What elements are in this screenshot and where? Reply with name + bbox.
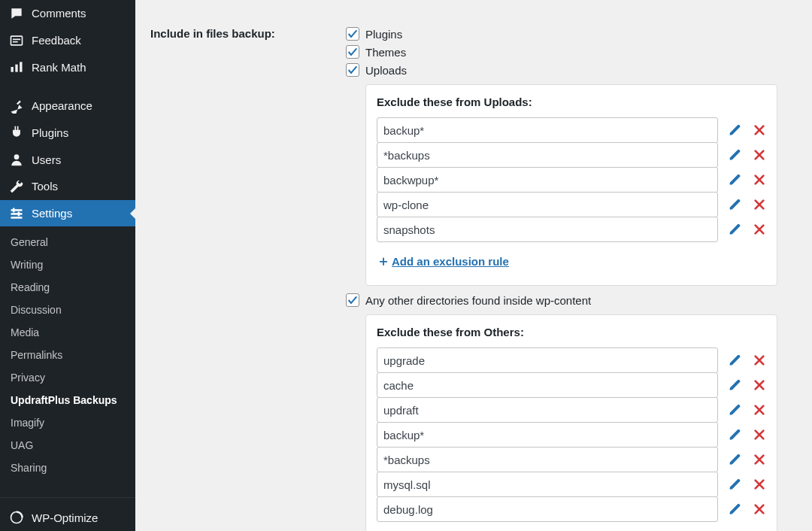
edit-icon[interactable]	[729, 478, 742, 491]
admin-sidebar: Comments Feedback Rank Math Appearance P…	[0, 0, 135, 531]
edit-icon[interactable]	[729, 173, 742, 187]
sidebar-item-feedback[interactable]: Feedback	[0, 27, 135, 54]
delete-icon[interactable]	[753, 378, 766, 392]
submenu-item-media[interactable]: Media	[0, 321, 135, 344]
sidebar-item-tools[interactable]: Tools	[0, 173, 135, 200]
exclusion-rule-input[interactable]	[377, 372, 718, 398]
sidebar-item-rank-math[interactable]: Rank Math	[0, 53, 135, 80]
edit-icon[interactable]	[729, 378, 742, 392]
comment-icon	[9, 6, 24, 21]
sidebar-item-label: Rank Math	[32, 61, 86, 74]
edit-icon[interactable]	[729, 223, 742, 236]
sidebar-item-label: Feedback	[32, 34, 81, 47]
exclusion-rule-row	[377, 472, 766, 497]
sidebar-item-settings[interactable]: Settings	[0, 200, 135, 227]
settings-submenu: General Writing Reading Discussion Media…	[0, 226, 135, 484]
delete-icon[interactable]	[753, 403, 766, 417]
others-exclude-panel: Exclude these from Others: ＋ Add an excl…	[365, 314, 777, 531]
content-area: Include in files backup: Plugins Themes …	[135, 0, 812, 531]
exclusion-rule-input[interactable]	[377, 397, 718, 423]
submenu-item-sharing[interactable]: Sharing	[0, 457, 135, 479]
rule-list	[377, 117, 766, 242]
delete-icon[interactable]	[753, 123, 766, 137]
feedback-icon	[9, 33, 24, 48]
exclusion-rule-row	[377, 422, 766, 448]
exclusion-rule-input[interactable]	[377, 347, 718, 373]
checkbox-row-uploads: Uploads	[346, 63, 797, 77]
exclusion-rule-row	[377, 447, 766, 472]
edit-icon[interactable]	[729, 198, 742, 211]
exclusion-rule-input[interactable]	[377, 422, 718, 448]
include-files-group: Plugins Themes Uploads Exclude these fro…	[346, 27, 797, 531]
panel-title: Exclude these from Uploads:	[377, 96, 766, 108]
exclusion-rule-input[interactable]	[377, 142, 718, 168]
submenu-item-discussion[interactable]: Discussion	[0, 299, 135, 321]
sidebar-item-label: Appearance	[32, 99, 92, 112]
exclusion-rule-input[interactable]	[377, 192, 718, 217]
delete-icon[interactable]	[753, 148, 766, 162]
delete-icon[interactable]	[753, 223, 766, 236]
edit-icon[interactable]	[729, 353, 742, 367]
sliders-icon	[9, 206, 24, 221]
edit-icon[interactable]	[729, 148, 742, 162]
exclusion-rule-input[interactable]	[377, 496, 718, 522]
uploads-exclude-panel: Exclude these from Uploads: ＋ Add an exc…	[365, 84, 777, 286]
edit-icon[interactable]	[729, 453, 742, 466]
submenu-item-privacy[interactable]: Privacy	[0, 366, 135, 389]
exclusion-rule-row	[377, 496, 766, 522]
exclusion-rule-row	[377, 347, 766, 373]
checkbox-label: Themes	[365, 46, 406, 59]
sidebar-item-appearance[interactable]: Appearance	[0, 93, 135, 120]
exclusion-rule-input[interactable]	[377, 472, 718, 497]
submenu-item-uag[interactable]: UAG	[0, 434, 135, 457]
submenu-item-general[interactable]: General	[0, 231, 135, 253]
submenu-item-imagify[interactable]: Imagify	[0, 411, 135, 434]
delete-icon[interactable]	[753, 453, 766, 466]
exclusion-rule-input[interactable]	[377, 117, 718, 143]
rule-list	[377, 347, 766, 522]
sidebar-item-wp-optimize[interactable]: WP-Optimize	[0, 504, 135, 531]
submenu-item-reading[interactable]: Reading	[0, 276, 135, 299]
spinner-icon	[9, 510, 24, 525]
sidebar-item-plugins[interactable]: Plugins	[0, 120, 135, 147]
plus-icon: ＋	[377, 252, 390, 270]
add-rule-link[interactable]: ＋ Add an exclusion rule	[377, 252, 509, 270]
brush-icon	[9, 99, 24, 114]
delete-icon[interactable]	[753, 478, 766, 491]
delete-icon[interactable]	[753, 353, 766, 367]
chart-icon	[9, 59, 24, 74]
exclusion-rule-input[interactable]	[377, 217, 718, 242]
submenu-item-permalinks[interactable]: Permalinks	[0, 344, 135, 366]
exclusion-rule-row	[377, 217, 766, 242]
sidebar-item-label: Plugins	[32, 126, 68, 139]
exclusion-rule-input[interactable]	[377, 167, 718, 193]
checkbox-label: Any other directories found inside wp-co…	[365, 294, 591, 307]
delete-icon[interactable]	[753, 502, 766, 516]
checkbox-themes[interactable]	[346, 45, 359, 59]
panel-title: Exclude these from Others:	[377, 326, 766, 338]
plug-icon	[9, 125, 24, 140]
edit-icon[interactable]	[729, 123, 742, 137]
exclusion-rule-input[interactable]	[377, 447, 718, 472]
edit-icon[interactable]	[729, 502, 742, 516]
checkbox-row-plugins: Plugins	[346, 27, 797, 41]
delete-icon[interactable]	[753, 428, 766, 441]
sidebar-item-label: Tools	[32, 180, 58, 193]
sidebar-item-comments[interactable]: Comments	[0, 0, 135, 27]
checkbox-uploads[interactable]	[346, 63, 359, 77]
sidebar-item-label: Users	[32, 153, 61, 166]
user-icon	[9, 152, 24, 167]
submenu-item-updraftplus[interactable]: UpdraftPlus Backups	[0, 389, 135, 411]
sidebar-item-users[interactable]: Users	[0, 146, 135, 173]
edit-icon[interactable]	[729, 403, 742, 417]
checkbox-any-other[interactable]	[346, 293, 359, 307]
checkbox-plugins[interactable]	[346, 27, 359, 41]
checkbox-label: Plugins	[365, 28, 402, 41]
delete-icon[interactable]	[753, 198, 766, 211]
edit-icon[interactable]	[729, 428, 742, 441]
wrench-icon	[9, 179, 24, 194]
checkbox-row-themes: Themes	[346, 45, 797, 59]
submenu-item-writing[interactable]: Writing	[0, 253, 135, 276]
field-label-include-in-backup: Include in files backup:	[150, 27, 346, 40]
delete-icon[interactable]	[753, 173, 766, 187]
